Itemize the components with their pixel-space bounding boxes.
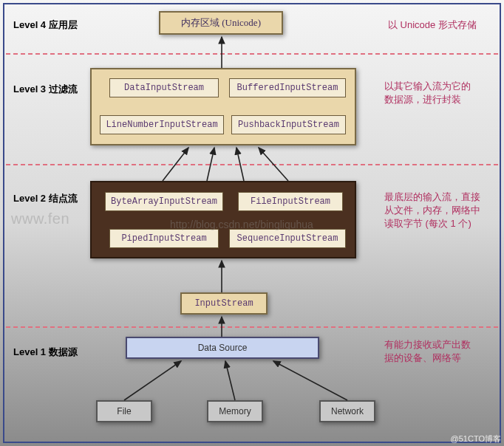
level2-item: FileInputStream	[238, 192, 343, 211]
level3-item: DataInputStream	[109, 78, 219, 97]
level2-label: Level 2 结点流	[13, 192, 78, 205]
level1-label: Level 1 数据源	[13, 346, 78, 359]
separator	[6, 326, 498, 328]
datasource-box: Data Source	[126, 337, 319, 359]
level4-label: Level 4 应用层	[13, 18, 78, 32]
source-box-file: File	[96, 400, 152, 422]
level3-item: BufferedInputStream	[229, 78, 346, 97]
level3-item: LineNumberInputStream	[100, 115, 224, 134]
level3-item: PushbackInputStream	[231, 115, 346, 134]
level3-label: Level 3 过滤流	[13, 83, 78, 96]
source-badge: @51CTO博客	[451, 433, 501, 445]
level2-item: SequenceInputStream	[229, 229, 346, 248]
level2-note: 最底层的输入流，直接 从文件，内存，网络中 读取字节 (每次 1 个)	[384, 191, 480, 231]
memory-region-box: 内存区域 (Unicode)	[159, 11, 283, 35]
separator	[6, 53, 498, 55]
level2-item: ByteArrayInputStream	[105, 192, 223, 211]
separator	[6, 164, 498, 165]
inputstream-box: InputStream	[180, 292, 268, 315]
source-box-memory: Memory	[207, 400, 263, 422]
level4-note: 以 Unicode 形式存储	[388, 18, 477, 32]
source-box-network: Network	[319, 400, 375, 422]
level3-note: 以其它输入流为它的 数据源，进行封装	[384, 80, 471, 106]
level1-note: 有能力接收或产出数 据的设备、网络等	[384, 338, 471, 365]
level2-item: PipedInputStream	[109, 229, 219, 248]
